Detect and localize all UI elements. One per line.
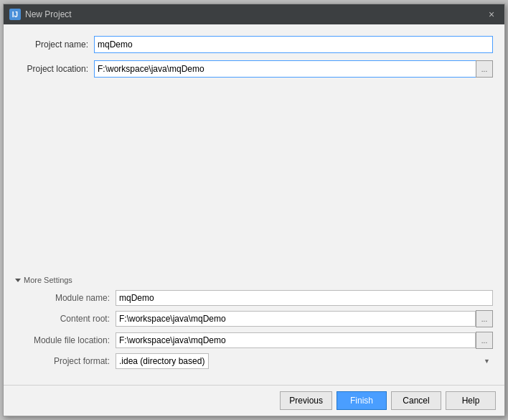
dialog-body: Project name: Project location: ... More… (4, 24, 504, 385)
dialog-footer: Previous Finish Cancel Help (4, 385, 504, 416)
previous-button[interactable]: Previous (280, 391, 332, 410)
project-location-browse-button[interactable]: ... (476, 60, 493, 78)
module-file-location-label: Module file location: (15, 335, 116, 345)
content-root-input[interactable] (116, 311, 476, 327)
module-name-input[interactable] (116, 290, 493, 306)
module-name-label: Module name: (15, 293, 116, 303)
dialog-title: New Project (25, 9, 72, 19)
title-bar-left: IJ New Project (9, 9, 72, 20)
more-settings-label: More Settings (24, 276, 72, 284)
project-location-row: Project location: ... (15, 60, 493, 78)
more-settings-content: Module name: Content root: ... Module fi… (15, 290, 493, 369)
content-root-row: Content root: ... (15, 310, 493, 327)
project-format-row: Project format: .idea (directory based) (15, 353, 493, 369)
collapse-icon[interactable] (15, 279, 21, 282)
app-icon: IJ (9, 9, 21, 20)
spacer (15, 85, 493, 276)
more-settings-section: More Settings Module name: Content root:… (15, 276, 493, 373)
title-bar: IJ New Project × (4, 4, 504, 24)
content-root-field: ... (116, 310, 493, 327)
module-file-location-field: ... (116, 332, 493, 349)
module-name-row: Module name: (15, 290, 493, 306)
content-root-browse-button[interactable]: ... (476, 310, 493, 327)
project-name-input[interactable] (94, 36, 493, 53)
content-root-label: Content root: (15, 314, 116, 324)
help-button[interactable]: Help (446, 391, 496, 410)
close-button[interactable]: × (484, 7, 499, 22)
project-format-wrapper: .idea (directory based) (116, 353, 493, 369)
module-file-location-input[interactable] (116, 332, 476, 348)
cancel-button[interactable]: Cancel (391, 391, 441, 410)
project-location-label: Project location: (15, 64, 94, 74)
project-format-select[interactable]: .idea (directory based) (116, 353, 209, 369)
project-location-input[interactable] (94, 60, 476, 78)
module-file-location-browse-button[interactable]: ... (476, 332, 493, 349)
finish-button[interactable]: Finish (337, 391, 387, 410)
more-settings-header[interactable]: More Settings (15, 276, 493, 284)
module-file-location-row: Module file location: ... (15, 332, 493, 349)
new-project-dialog: IJ New Project × Project name: Project l… (3, 4, 505, 416)
project-location-field: ... (94, 60, 493, 78)
project-format-label: Project format: (15, 356, 116, 366)
project-name-label: Project name: (15, 39, 94, 50)
project-name-row: Project name: (15, 36, 493, 53)
